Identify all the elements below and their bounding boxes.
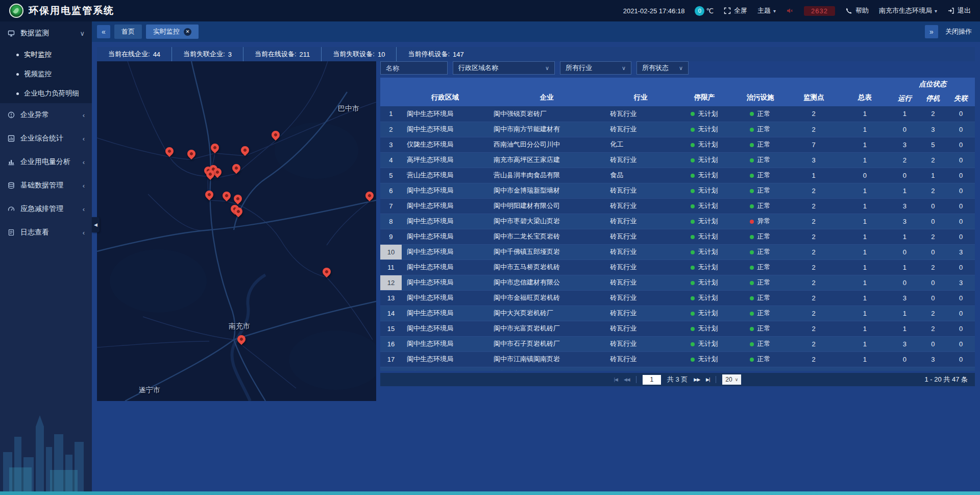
table-row[interactable]: 3 仪陇生态环境局 西南油气田分公司川中 化工 无计划 正常 7 1 3 5 0 [380,137,975,152]
first-page-button[interactable]: |◀ [614,377,618,382]
cell-index: 11 [380,260,402,275]
cell-region: 阆中生态环境局 [402,260,488,275]
table-row[interactable]: 8 阆中生态环境局 阆中市枣碧大梁山页岩 砖瓦行业 无计划 异常 2 1 3 0… [380,214,975,229]
map[interactable]: 巴中市南充市遂宁市 [97,61,376,401]
tab-realtime-monitor[interactable]: 实时监控 ✕ [146,25,199,39]
chevron-down-icon: ∨ [735,377,739,382]
cell-pollution-facility: 正常 [732,367,789,371]
cell-industry: 砖瓦行业 [605,260,676,275]
page-size-select[interactable]: 20 ∨ [722,374,741,385]
sidebar-item-logs[interactable]: 日志查看 ‹ [0,221,92,244]
page-number-input[interactable] [643,375,661,385]
cell-pollution-facility: 正常 [732,321,789,336]
table-row[interactable]: 13 阆中生态环境局 阆中市金福旺页岩机砖 砖瓦行业 无计划 正常 2 1 3 … [380,290,975,305]
org-menu[interactable]: 南充市生态环境局 ▾ [879,6,937,15]
cell-total-meter: 1 [839,198,890,214]
stat-value: 3 [228,51,232,58]
limit-status-dot [691,174,695,178]
cell-offline: 0 [947,229,975,244]
table-row[interactable]: 5 营山生态环境局 营山县润丰肉食品有限 食品 无计划 正常 1 0 0 1 0 [380,168,975,183]
cell-stopped: 1 [919,168,947,183]
cell-industry: 砖瓦行业 [605,305,676,321]
mute-button[interactable] [786,7,794,15]
stat-value: 44 [153,51,160,58]
close-icon[interactable]: ✕ [184,28,191,36]
sidebar-item-power-analysis[interactable]: 企业用电量分析 ‹ [0,150,92,174]
sidebar-item-realtime-monitor[interactable]: 实时监控 [0,45,92,64]
cell-running: 2 [891,152,919,168]
industry-filter-value: 所有行业 [566,63,592,73]
cell-offline: 0 [947,198,975,214]
cell-running: 3 [891,336,919,351]
cell-company: 阆中市光富页岩机砖厂 [488,321,605,336]
help-button[interactable]: 帮助 [845,6,869,15]
table-row[interactable]: 12 阆中生态环境局 阆中市忠信建材有限公 砖瓦行业 无计划 正常 2 1 0 … [380,275,975,290]
tabs-scroll-right-button[interactable]: » [925,25,938,38]
total-pages-label: 共 3 页 [667,375,688,384]
cell-stopped: 0 [919,198,947,214]
table-row[interactable]: 16 阆中生态环境局 阆中市石子页岩机砖厂 砖瓦行业 无计划 正常 2 1 3 … [380,336,975,351]
alert-count-badge[interactable]: 2632 [804,6,835,16]
main-area: « 首页 实时监控 ✕ » 关闭操作 当前在线企业: 44 当前失联企业: [92,21,980,495]
app-header: 环保用电监管系统 2021-02-25 17:46:18 0 ℃ 全屏 主题 ▾ [0,0,980,21]
cell-monitor-points: 2 [788,122,839,137]
close-operations-button[interactable]: 关闭操作 [945,27,972,36]
table-row[interactable]: 2 阆中生态环境局 阆中市南方节能建材有 砖瓦行业 无计划 正常 2 1 0 3… [380,122,975,137]
name-filter[interactable] [380,61,448,75]
sidebar-item-enterprise-abnormal[interactable]: 企业异常 ‹ [0,103,92,127]
fullscreen-button[interactable]: 全屏 [724,6,747,15]
sidebar-item-emergency[interactable]: 应急减排管理 ‹ [0,197,92,221]
region-filter-select[interactable]: 行政区域名称 ∨ [453,61,555,75]
cell-company: 阆中市枣碧大梁山页岩 [488,214,605,229]
col-offline: 失联 [947,91,975,106]
sidebar-item-power-load-detail[interactable]: 企业电力负荷明细 [0,84,92,103]
tabs-scroll-left-button[interactable]: « [97,25,110,38]
cell-production-limit: 无计划 [676,290,732,305]
cell-production-limit: 无计划 [676,321,732,336]
org-label: 南充市生态环境局 [879,6,932,15]
cell-monitor-points: 2 [788,260,839,275]
sidebar-item-enterprise-stats[interactable]: 企业综合统计 ‹ [0,127,92,150]
cell-total-meter: 1 [839,183,890,198]
cell-region: 阆中生态环境局 [402,336,488,351]
cell-monitor-points: 2 [788,290,839,305]
table-row[interactable]: 18 南部生态环境局 南部县宏泰水泥有限公 建材 无计划 正常 2 1 0 6 … [380,367,975,371]
cell-offline: 0 [947,336,975,351]
theme-menu[interactable]: 主题 ▾ [757,6,776,15]
cell-pollution-facility: 正常 [732,244,789,260]
table-row[interactable]: 7 阆中生态环境局 阆中明阳建材有限公司 砖瓦行业 无计划 正常 2 1 3 0… [380,198,975,214]
submenu-item-label: 视频监控 [24,69,52,79]
limit-status-dot [691,204,695,208]
cell-total-meter: 1 [839,336,890,351]
stat-value: 147 [453,51,464,58]
table-row[interactable]: 9 阆中生态环境局 阆中市二龙长宝页岩砖 砖瓦行业 无计划 正常 2 1 1 2… [380,229,975,244]
next-page-button[interactable]: ▶▶ [694,377,700,382]
last-page-button[interactable]: ▶| [706,377,709,382]
sidebar-collapse-button[interactable]: ◀ [92,217,100,232]
sidebar-item-video-monitor[interactable]: 视频监控 [0,64,92,84]
table-row[interactable]: 17 阆中生态环境局 阆中市江南镇阆南页岩 砖瓦行业 无计划 正常 2 1 0 … [380,351,975,367]
enterprise-table: 行政区域 企业 行业 停限产 治污设施 监测点 总表 点位状态 [380,78,975,371]
logout-button[interactable]: 退出 [947,6,971,15]
tab-home[interactable]: 首页 [114,25,142,39]
menu-section-power-analysis: 企业用电量分析 ‹ [0,150,92,174]
cell-industry: 砖瓦行业 [605,198,676,214]
prev-page-button[interactable]: ◀◀ [624,377,630,382]
table-row[interactable]: 11 阆中生态环境局 阆中市五马桥页岩机砖 砖瓦行业 无计划 正常 2 1 1 … [380,260,975,275]
cell-total-meter: 1 [839,214,890,229]
sidebar-item-base-data[interactable]: 基础数据管理 ‹ [0,174,92,197]
table-row[interactable]: 15 阆中生态环境局 阆中市光富页岩机砖厂 砖瓦行业 无计划 正常 2 1 1 … [380,321,975,336]
cell-index: 7 [380,198,402,214]
status-filter-select[interactable]: 所有状态 ∨ [636,61,689,75]
table-row[interactable]: 4 高坪生态环境局 南充市高坪区王家店建 砖瓦行业 无计划 正常 3 1 2 2… [380,152,975,168]
industry-filter-select[interactable]: 所有行业 ∨ [560,61,631,75]
name-filter-input[interactable] [386,64,439,72]
table-row[interactable]: 10 阆中生态环境局 阆中千佛镇五郎垭页岩 砖瓦行业 无计划 正常 2 1 0 … [380,244,975,260]
table-row[interactable]: 6 阆中生态环境局 阆中市金博瑞新型墙材 砖瓦行业 无计划 正常 2 1 1 2… [380,183,975,198]
sidebar-item-data-monitor[interactable]: 数据监测 ∨ [0,21,92,45]
stat-label: 当前在线企业: [108,50,150,59]
table-row[interactable]: 14 阆中生态环境局 阆中大兴页岩机砖厂 砖瓦行业 无计划 正常 2 1 1 2… [380,305,975,321]
table-body: 1 阆中生态环境局 阆中强锐页岩砖厂 砖瓦行业 无计划 正常 2 1 1 2 0… [380,106,975,371]
cell-index: 2 [380,122,402,137]
table-row[interactable]: 1 阆中生态环境局 阆中强锐页岩砖厂 砖瓦行业 无计划 正常 2 1 1 2 0 [380,106,975,122]
